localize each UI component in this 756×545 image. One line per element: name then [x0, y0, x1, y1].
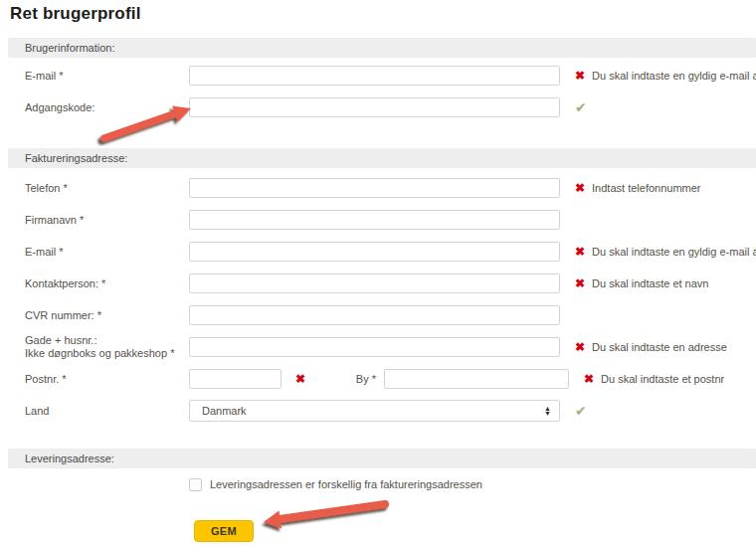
street-status: ✖ Du skal indtaste en adresse [575, 341, 727, 353]
cvr-input[interactable] [189, 305, 560, 325]
street-row: Gade + husnr.: Ikke døgnboks og pakkesho… [8, 331, 756, 363]
phone-row: Telefon * ✖ Indtast telefonnummer [8, 172, 756, 204]
save-button[interactable]: GEM [194, 520, 254, 542]
password-label: Adgangskode: [8, 101, 189, 114]
error-x-icon: ✖ [575, 341, 585, 353]
select-spinner-icon: ▲▼ [544, 406, 551, 416]
country-label: Land [8, 405, 189, 418]
email-input[interactable] [189, 66, 560, 86]
password-row: Adgangskode: ✔ [8, 91, 756, 123]
street-label: Gade + husnr.: Ikke døgnboks og pakkesho… [8, 334, 189, 360]
error-x-icon: ✖ [575, 246, 585, 258]
company-label: Firmanavn * [8, 214, 189, 227]
city-input[interactable] [384, 369, 569, 389]
contact-label: Kontaktperson: * [8, 277, 189, 290]
email-label: E-mail * [8, 70, 189, 83]
contact-status: ✖ Du skal indtaste et navn [575, 277, 708, 289]
contact-row: Kontaktperson: * ✖ Du skal indtaste et n… [8, 268, 756, 299]
zip-status: ✖ Du skal indtaste et postnr [584, 373, 724, 385]
section-title: Brugerinformation: [25, 42, 115, 54]
password-input[interactable] [189, 97, 560, 117]
zip-city-row: Postnr. * ✖ By * ✖ Du skal indtaste et p… [8, 363, 756, 395]
error-x-icon: ✖ [584, 373, 594, 385]
city-label: By * [314, 373, 376, 385]
error-x-icon: ✖ [575, 277, 585, 289]
section-header-delivery: Leveringsadresse: [8, 449, 756, 468]
page-title: Ret brugerprofil [10, 4, 756, 24]
phone-error-text: Indtast telefonnummer [592, 182, 700, 194]
valid-check-icon: ✔ [575, 404, 587, 418]
error-x-icon: ✖ [575, 70, 585, 82]
street-label-line1: Gade + husnr.: [25, 334, 96, 346]
email-status: ✖ Du skal indtaste en gyldig e-mail adre… [575, 70, 756, 82]
street-error-text: Du skal indtaste en adresse [592, 341, 727, 353]
error-x-icon: ✖ [575, 182, 585, 194]
section-header-billing: Faktureringsadresse: [8, 148, 756, 168]
country-select[interactable]: Danmark ▲▼ [189, 400, 560, 422]
zip-input[interactable] [189, 369, 282, 389]
zip-label: Postnr. * [8, 373, 189, 386]
country-selected-value: Danmark [202, 405, 247, 417]
phone-status: ✖ Indtast telefonnummer [575, 182, 701, 194]
billing-email-input[interactable] [189, 242, 560, 262]
section-title: Leveringsadresse: [25, 453, 114, 464]
phone-input[interactable] [189, 178, 560, 198]
company-input[interactable] [189, 210, 560, 230]
phone-label: Telefon * [8, 182, 189, 195]
delivery-checkbox-row: Leveringsadressen er forskellig fra fakt… [8, 468, 756, 500]
delivery-checkbox-label: Leveringsadressen er forskellig fra fakt… [210, 478, 482, 490]
billing-email-error-text: Du skal indtaste en gyldig e-mail adress… [592, 246, 756, 258]
delivery-different-checkbox[interactable] [189, 478, 202, 491]
valid-check-icon: ✔ [575, 100, 587, 114]
email-error-text: Du skal indtaste en gyldig e-mail adress… [592, 70, 756, 82]
billing-rows: Telefon * ✖ Indtast telefonnummer Firman… [8, 172, 756, 427]
company-row: Firmanavn * [8, 204, 756, 236]
section-title: Faktureringsadresse: [25, 152, 127, 164]
zip-error-text: Du skal indtaste et postnr [601, 373, 724, 385]
user-info-rows: E-mail * ✖ Du skal indtaste en gyldig e-… [8, 60, 756, 123]
contact-input[interactable] [189, 273, 560, 293]
billing-email-row: E-mail * ✖ Du skal indtaste en gyldig e-… [8, 236, 756, 268]
street-label-line2: Ikke døgnboks og pakkeshop * [25, 347, 174, 359]
street-input[interactable] [189, 337, 560, 357]
billing-email-label: E-mail * [8, 246, 189, 259]
country-status: ✔ [575, 404, 587, 418]
cvr-label: CVR nummer: * [8, 309, 189, 322]
contact-error-text: Du skal indtaste et navn [592, 277, 708, 289]
zip-error-x-icon: ✖ [295, 373, 307, 385]
email-row: E-mail * ✖ Du skal indtaste en gyldig e-… [8, 60, 756, 91]
section-header-user-info: Brugerinformation: [8, 38, 756, 58]
cvr-row: CVR nummer: * [8, 299, 756, 331]
edit-profile-page: Ret brugerprofil Brugerinformation: E-ma… [0, 0, 756, 542]
billing-email-status: ✖ Du skal indtaste en gyldig e-mail adre… [575, 246, 756, 258]
country-row: Land Danmark ▲▼ ✔ [8, 395, 756, 427]
password-status: ✔ [575, 100, 587, 114]
